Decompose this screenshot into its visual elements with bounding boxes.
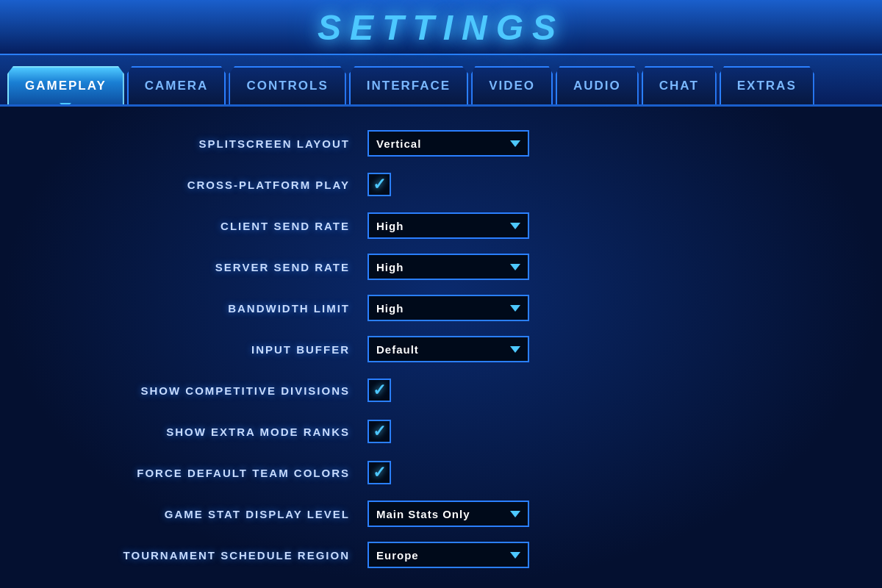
setting-label-9: GAME STAT DISPLAY LEVEL (59, 508, 368, 520)
tab-interface[interactable]: INTERFACE (349, 66, 468, 104)
setting-row-8: FORCE DEFAULT TEAM COLORS (59, 458, 823, 487)
chevron-down-icon (510, 264, 520, 270)
title-bar: SETTINGS (0, 0, 882, 55)
setting-control-7 (368, 420, 544, 443)
setting-row-6: SHOW COMPETITIVE DIVISIONS (59, 376, 823, 405)
setting-control-8 (368, 461, 544, 484)
dropdown-9[interactable]: Main Stats Only (368, 501, 529, 527)
checkbox-1[interactable] (368, 173, 391, 196)
dropdown-3[interactable]: High (368, 254, 529, 280)
setting-control-9: Main Stats Only (368, 501, 544, 527)
dropdown-5[interactable]: Default (368, 336, 529, 362)
tab-audio[interactable]: AUDIO (556, 66, 639, 104)
chevron-down-icon (510, 346, 520, 353)
dropdown-value-3: High (376, 261, 404, 273)
setting-label-10: TOURNAMENT SCHEDULE REGION (59, 549, 368, 562)
setting-row-0: SPLITSCREEN LAYOUTVertical (59, 129, 823, 158)
setting-control-5: Default (368, 336, 544, 362)
setting-label-1: CROSS-PLATFORM PLAY (59, 179, 368, 191)
setting-row-3: SERVER SEND RATEHigh (59, 252, 823, 282)
dropdown-0[interactable]: Vertical (368, 130, 529, 157)
setting-label-8: FORCE DEFAULT TEAM COLORS (59, 467, 368, 479)
tab-chat[interactable]: CHAT (642, 66, 717, 104)
setting-row-5: INPUT BUFFERDefault (59, 334, 823, 364)
dropdown-value-0: Vertical (376, 137, 421, 150)
setting-control-2: High (368, 212, 544, 239)
setting-control-3: High (368, 254, 544, 280)
setting-control-4: High (368, 295, 544, 321)
setting-row-10: TOURNAMENT SCHEDULE REGIONEurope (59, 540, 823, 570)
checkbox-6[interactable] (368, 379, 391, 402)
setting-control-10: Europe (368, 542, 544, 568)
dropdown-value-4: High (376, 302, 404, 315)
setting-label-7: SHOW EXTRA MODE RANKS (59, 426, 368, 438)
checkbox-8[interactable] (368, 461, 391, 484)
settings-content: SPLITSCREEN LAYOUTVerticalCROSS-PLATFORM… (0, 107, 882, 588)
setting-row-1: CROSS-PLATFORM PLAY (59, 170, 823, 199)
tab-controls[interactable]: CONTROLS (229, 66, 345, 104)
chevron-down-icon (510, 552, 520, 559)
setting-row-7: SHOW EXTRA MODE RANKS (59, 417, 823, 446)
chevron-down-icon (510, 223, 520, 229)
tab-camera[interactable]: CAMERA (127, 66, 226, 104)
setting-label-3: SERVER SEND RATE (59, 261, 368, 273)
dropdown-value-10: Europe (376, 549, 419, 562)
setting-control-6 (368, 379, 544, 402)
setting-label-4: BANDWIDTH LIMIT (59, 302, 368, 315)
dropdown-value-5: Default (376, 343, 419, 356)
checkbox-7[interactable] (368, 420, 391, 443)
setting-control-0: Vertical (368, 130, 544, 157)
setting-control-1 (368, 173, 544, 196)
dropdown-value-2: High (376, 220, 404, 232)
dropdown-4[interactable]: High (368, 295, 529, 321)
setting-label-2: CLIENT SEND RATE (59, 220, 368, 232)
tab-bar: GAMEPLAYCAMERACONTROLSINTERFACEVIDEOAUDI… (0, 55, 882, 107)
tab-gameplay[interactable]: GAMEPLAY (7, 66, 124, 104)
setting-label-0: SPLITSCREEN LAYOUT (59, 137, 368, 150)
setting-label-5: INPUT BUFFER (59, 343, 368, 356)
tab-video[interactable]: VIDEO (471, 66, 553, 104)
dropdown-value-9: Main Stats Only (376, 508, 470, 520)
chevron-down-icon (510, 511, 520, 517)
setting-row-2: CLIENT SEND RATEHigh (59, 211, 823, 240)
chevron-down-icon (510, 140, 520, 147)
tab-extras[interactable]: EXTRAS (720, 66, 814, 104)
dropdown-10[interactable]: Europe (368, 542, 529, 568)
setting-row-9: GAME STAT DISPLAY LEVELMain Stats Only (59, 499, 823, 528)
chevron-down-icon (510, 305, 520, 312)
setting-label-6: SHOW COMPETITIVE DIVISIONS (59, 384, 368, 397)
setting-row-4: BANDWIDTH LIMITHigh (59, 293, 823, 323)
page-title: SETTINGS (0, 7, 882, 48)
dropdown-2[interactable]: High (368, 212, 529, 239)
